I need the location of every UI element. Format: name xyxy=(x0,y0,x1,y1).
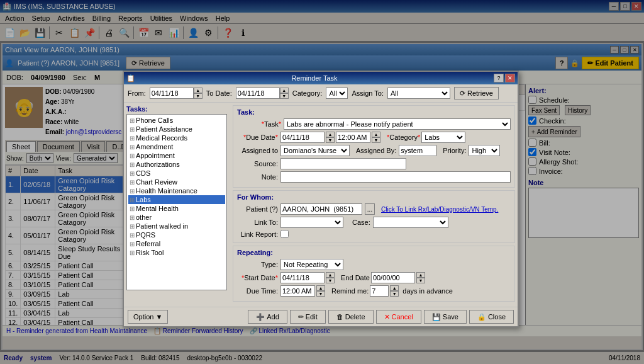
click-to-link-btn[interactable]: Click To Link Rx/Lab/Diagnostic/VN Temp. xyxy=(381,206,498,213)
link-report-check[interactable] xyxy=(280,230,289,238)
category-filter-select[interactable]: All xyxy=(326,88,348,99)
source-input[interactable] xyxy=(280,158,406,169)
tree-expand-icon: ⊞ xyxy=(130,214,135,221)
task-section-title: Task: xyxy=(237,108,511,116)
tree-item-label: Medical Records xyxy=(136,134,187,142)
tree-item-label: Chart Review xyxy=(136,178,177,186)
save-btn[interactable]: 💾 Save xyxy=(424,310,467,324)
end-date-up[interactable]: ▲ xyxy=(416,272,425,278)
due-date-down[interactable]: ▼ xyxy=(326,137,335,143)
to-date-label: To Date: xyxy=(206,89,232,97)
task-select[interactable]: Labs are abnormal - Please notify patien… xyxy=(284,118,511,130)
due-time-down[interactable]: ▼ xyxy=(372,137,380,143)
assigned-by-input[interactable] xyxy=(399,145,436,156)
end-date-input[interactable] xyxy=(371,272,415,283)
note-input[interactable] xyxy=(280,171,511,183)
tree-item[interactable]: ⊞Amendment xyxy=(128,142,225,151)
due-date-up[interactable]: ▲ xyxy=(326,132,335,137)
due-time2-input[interactable] xyxy=(280,285,315,297)
start-date-down[interactable]: ▼ xyxy=(326,278,335,283)
tree-item-label: Referral xyxy=(136,240,160,247)
cancel-btn[interactable]: ✕ Cancel xyxy=(376,310,421,324)
to-date-up[interactable]: ▲ xyxy=(280,88,289,93)
tree-item-label: Authorizations xyxy=(136,161,180,168)
delete-btn[interactable]: 🗑 Delete xyxy=(328,310,374,324)
from-date-input[interactable] xyxy=(150,88,194,99)
tree-item[interactable]: ⊞Chart Review xyxy=(128,178,225,186)
tree-item[interactable]: ⊞Referral xyxy=(128,239,225,248)
tree-expand-icon: ⊞ xyxy=(130,249,135,256)
tree-item[interactable]: ⊞Patient Assistance xyxy=(128,125,225,134)
tree-item[interactable]: ⊞Appointment xyxy=(128,151,225,160)
remind-days-up[interactable]: ▲ xyxy=(390,285,399,291)
add-icon: ➕ xyxy=(256,313,265,321)
tree-item[interactable]: ⊞Labs xyxy=(128,195,225,204)
due-time-input[interactable] xyxy=(336,132,370,143)
due-time2-up[interactable]: ▲ xyxy=(316,285,325,291)
link-to-select[interactable] xyxy=(280,217,343,228)
tree-item-label: Labs xyxy=(136,196,151,203)
type-select[interactable]: Not Repeating xyxy=(280,259,343,270)
to-date-input[interactable] xyxy=(236,88,280,99)
remind-days-down[interactable]: ▼ xyxy=(390,291,399,297)
tree-expand-icon: ⊞ xyxy=(130,232,135,239)
priority-select[interactable]: High xyxy=(469,145,500,156)
tree-item-label: Patient Assistance xyxy=(136,125,192,133)
add-btn[interactable]: ➕ Add xyxy=(248,310,287,324)
close-btn2[interactable]: 🔒 Close xyxy=(469,310,514,324)
reminder-task-modal: 📋 Reminder Task ? ✕ From: ▲▼ To Date: ▲▼ xyxy=(123,71,519,327)
tree-item[interactable]: ⊞Medical Records xyxy=(128,134,225,142)
case-label: Case: xyxy=(352,219,370,226)
start-date-input[interactable] xyxy=(280,272,325,283)
remind-days-input[interactable] xyxy=(370,285,389,297)
modal-title: Reminder Task xyxy=(291,74,337,82)
tree-item[interactable]: ⊞Health Maintenance xyxy=(128,186,225,195)
modal-help-btn[interactable]: ? xyxy=(494,74,504,82)
start-date-up[interactable]: ▲ xyxy=(326,272,335,278)
tree-item[interactable]: ⊞CDS xyxy=(128,169,225,178)
tree-expand-icon: ⊞ xyxy=(130,144,135,151)
due-time-up[interactable]: ▲ xyxy=(372,132,380,137)
case-select[interactable] xyxy=(373,217,448,228)
from-label: From: xyxy=(128,89,146,97)
to-date-down[interactable]: ▼ xyxy=(280,93,289,99)
tree-item[interactable]: ⊞Phone Calls xyxy=(128,116,225,125)
assigned-to-select[interactable]: Domiano's Nurse xyxy=(280,145,350,156)
edit-btn[interactable]: ✏ Edit xyxy=(290,310,326,324)
patient-input[interactable] xyxy=(280,203,362,215)
modal-close-btn[interactable]: ✕ xyxy=(505,74,515,82)
modal-filter-bar: From: ▲▼ To Date: ▲▼ Category: All Assig… xyxy=(124,84,518,103)
end-date-label: End Date xyxy=(341,274,370,282)
from-date-down[interactable]: ▼ xyxy=(194,93,203,99)
due-time2-down[interactable]: ▼ xyxy=(316,291,325,297)
remind-me-label: Remind me: xyxy=(331,287,369,295)
modal-retrieve-icon: ⟳ xyxy=(460,89,465,98)
tree-item[interactable]: ⊞Mental Health xyxy=(128,204,225,213)
tree-item[interactable]: ⊞Authorizations xyxy=(128,160,225,169)
tree-item[interactable]: ⊞Patient walked in xyxy=(128,222,225,230)
category-select[interactable]: Labs xyxy=(421,132,465,143)
modal-retrieve-btn[interactable]: ⟳ Retrieve xyxy=(454,87,499,100)
category-label: *Category* xyxy=(387,134,420,141)
tree-expand-icon: ⊞ xyxy=(130,223,135,230)
assign-to-select[interactable]: All xyxy=(387,88,450,99)
tree-item-label: Appointment xyxy=(136,152,175,159)
tree-item-label: PQRS xyxy=(136,231,155,239)
tree-expand-icon: ⊞ xyxy=(130,170,135,177)
tree-expand-icon: ⊞ xyxy=(130,135,135,142)
patient-lookup-btn[interactable]: ... xyxy=(365,203,375,215)
modal-icon: 📋 xyxy=(126,74,135,82)
task-section: Task: *Task* Labs are abnormal - Please … xyxy=(233,105,515,188)
save-icon: 💾 xyxy=(432,313,441,321)
tree-item[interactable]: ⊞PQRS xyxy=(128,230,225,239)
tree-expand-icon: ⊞ xyxy=(130,205,135,212)
days-in-advance-label: days in advance xyxy=(402,287,453,295)
option-btn[interactable]: Option ▼ xyxy=(128,310,168,324)
tree-item[interactable]: ⊞other xyxy=(128,213,225,222)
tree-item[interactable]: ⊞Risk Tool xyxy=(128,248,225,257)
due-date-input[interactable] xyxy=(280,132,325,143)
tree-expand-icon: ⊞ xyxy=(130,126,135,133)
end-date-down[interactable]: ▼ xyxy=(416,278,425,283)
from-date-up[interactable]: ▲ xyxy=(194,88,203,93)
tree-item-label: other xyxy=(136,213,152,221)
